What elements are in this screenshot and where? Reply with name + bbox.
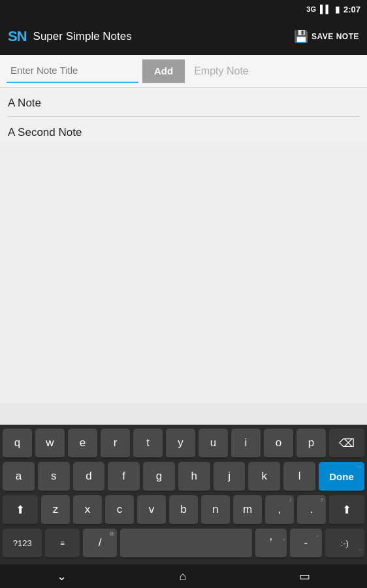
key-shift[interactable]: ⬆ (3, 495, 38, 525)
key-s[interactable]: s (38, 462, 70, 492)
key-period[interactable]: .? (297, 495, 326, 525)
key-b[interactable]: b (169, 495, 198, 525)
nav-bar: ⌄ ⌂ ▭ (0, 564, 367, 588)
save-icon: 💾 (294, 29, 309, 44)
key-settings[interactable]: ≡ (45, 529, 79, 559)
key-n[interactable]: n (201, 495, 230, 525)
key-a[interactable]: a (3, 462, 35, 492)
key-x[interactable]: x (73, 495, 102, 525)
key-q[interactable]: q (3, 429, 32, 459)
key-h[interactable]: h (178, 462, 210, 492)
keyboard-area: q w e r t y u i o p ⌫ a s d f g h j k l … (0, 425, 367, 564)
home-icon[interactable]: ⌂ (180, 570, 187, 583)
key-smiley[interactable]: :-) ··· (325, 529, 364, 559)
key-d[interactable]: d (73, 462, 105, 492)
key-g[interactable]: g (143, 462, 175, 492)
key-l[interactable]: l (283, 462, 315, 492)
key-k[interactable]: k (248, 462, 280, 492)
key-123[interactable]: ?123 (3, 529, 42, 559)
key-space[interactable] (120, 529, 252, 559)
signal-bars-icon: ▌▌ (320, 5, 331, 14)
keyboard-row-4: ?123 ≡ / @ ''' -_ :-) ··· (3, 529, 364, 559)
save-note-label: SAVE NOTE (311, 32, 359, 41)
back-icon[interactable]: ⌄ (57, 569, 67, 583)
keyboard-row-3: ⬆ z x c v b n m ,! .? ⬆ (3, 495, 364, 525)
app-title: Super Simple Notes (33, 30, 132, 43)
key-w[interactable]: w (35, 429, 65, 459)
key-dash[interactable]: -_ (290, 529, 321, 559)
list-item[interactable]: A Second Note (8, 117, 359, 146)
keyboard-row-1: q w e r t y u i o p ⌫ (3, 429, 364, 459)
key-i[interactable]: i (231, 429, 261, 459)
key-t[interactable]: t (133, 429, 163, 459)
status-bar: 3G ▌▌ ▮ 2:07 (0, 0, 367, 18)
key-f[interactable]: f (108, 462, 140, 492)
save-note-button[interactable]: 💾 SAVE NOTE (294, 29, 359, 44)
battery-icon: ▮ (335, 5, 340, 14)
app-bar: SN Super Simple Notes 💾 SAVE NOTE (0, 18, 367, 55)
keyboard-row-2: a s d f g h j k l Done ··· (3, 462, 364, 492)
key-slash[interactable]: / @ (83, 529, 117, 559)
key-p[interactable]: p (296, 429, 326, 459)
key-v[interactable]: v (137, 495, 166, 525)
input-row: Add Empty Note (0, 55, 367, 88)
key-comma[interactable]: ,! (265, 495, 294, 525)
key-done[interactable]: Done ··· (319, 462, 364, 492)
key-z[interactable]: z (41, 495, 70, 525)
time-display: 2:07 (343, 5, 360, 14)
key-apostrophe[interactable]: ''' (255, 529, 287, 559)
key-y[interactable]: y (166, 429, 195, 459)
key-shift-right[interactable]: ⬆ (329, 495, 364, 525)
note-title-input[interactable] (7, 59, 138, 83)
notes-list: A Note A Second Note (0, 88, 367, 146)
key-m[interactable]: m (233, 495, 262, 525)
empty-note-label: Empty Note (194, 65, 249, 77)
app-logo: SN (8, 28, 27, 45)
key-j[interactable]: j (214, 462, 246, 492)
app-bar-left: SN Super Simple Notes (8, 28, 132, 45)
key-u[interactable]: u (199, 429, 228, 459)
key-e[interactable]: e (68, 429, 97, 459)
key-o[interactable]: o (264, 429, 293, 459)
key-r[interactable]: r (101, 429, 130, 459)
add-button[interactable]: Add (142, 59, 185, 83)
recents-icon[interactable]: ▭ (299, 569, 310, 583)
key-c[interactable]: c (105, 495, 134, 525)
list-item[interactable]: A Note (8, 88, 359, 117)
signal-icon: 3G (306, 5, 316, 13)
main-content (0, 146, 367, 403)
key-backspace[interactable]: ⌫ (329, 429, 364, 459)
